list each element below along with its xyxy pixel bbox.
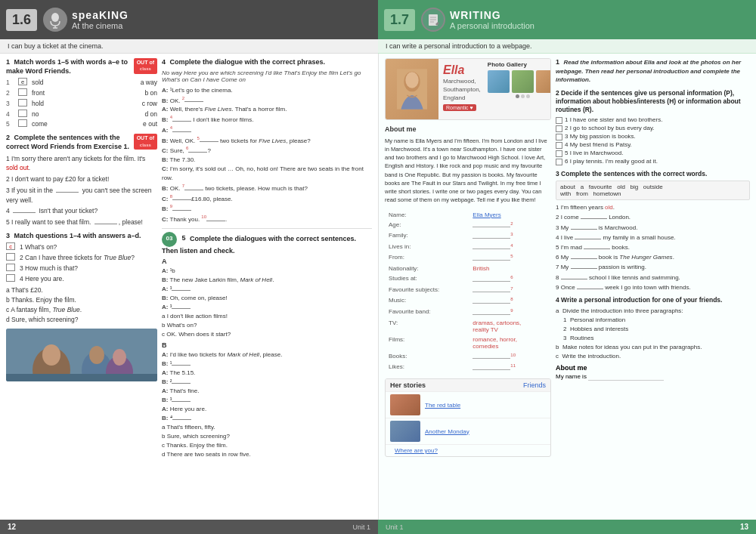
list-item: a That's fifteen, fifty. [162,423,372,432]
profile-header: Ella Marchwood,Southampton, England Roma… [386,59,550,119]
list-item: 2 Can I have three tickets for True Blue… [6,253,157,263]
table-row: Favourite subjects: 7 [386,286,550,295]
list-item: B: ² [162,378,372,387]
list-item: 1 e sold a way [6,78,157,88]
right-page-number: 13 [740,523,748,531]
checkbox[interactable] [556,117,562,124]
right-task-1: 1 Read the information about Ella and lo… [556,58,750,85]
list-item: B: Well, OK. 5 two tickets for Five Live… [162,135,372,146]
profile-info: Ella Marchwood,Southampton, England Roma… [438,59,485,119]
table-row: Lives in: 4 [386,242,550,252]
info-table: Name: Ella Myers Age: 2 Family: 3 Live [385,209,551,375]
right-can-do: I can write a personal introduction to a… [378,39,756,54]
ex3-content: c 1 What's on? 2 Can I have three ticket… [6,242,157,324]
ex1-content: 1 e sold a way 2 front b on [6,78,157,129]
list-item: b What's on? [162,321,372,330]
list-item: c Write the introduction. [556,352,750,361]
headers: 1.6 speaKING At the cinema 1.7 [0,0,756,39]
list-item: B: OK. 2 [162,95,372,106]
list-item: 4 I live my family in a small house. [556,233,750,242]
exercise-5: 03 5 Complete the dialogues with the cor… [162,232,372,460]
story-item-3: Where are you? [386,444,550,456]
checkbox[interactable] [556,142,562,149]
table-row: Name: Ella Myers [386,211,550,219]
right-exercise-4: 4 Write a personal introduction for one … [556,296,750,381]
checkbox[interactable] [556,134,562,140]
ex2-content: 1 I'm sorry there aren't any tickets for… [6,154,157,227]
svg-rect-16 [6,374,157,381]
out-badge-2: OUT ofclass [134,134,157,150]
right-exercises-column: 1 Read the information about Ella and lo… [556,58,750,461]
list-item: 2 front b on [6,88,157,98]
list-item: c OK. When does it start? [162,330,372,339]
footer-left: 12 Unit 1 [0,520,378,534]
footer-right: Unit 1 13 [378,520,756,534]
list-item: B: 9 [162,203,372,214]
dot-2 [521,94,525,98]
list-item: c 1 What's on? [6,242,157,252]
ex4-instructions: a Divide the introduction into three par… [556,307,750,361]
list-item: C: I'm sorry, it's sold out … Oh, no, ho… [162,165,372,183]
table-row: Nationality: British [386,264,550,273]
word-options-ex4: No way Here you are which screening I'd … [162,69,372,83]
right-panel: Ella Marchwood,Southampton, England Roma… [378,54,756,520]
profile-name: Ella [443,63,481,77]
checkbox[interactable] [556,159,562,165]
list-item: 3 My big passion is books. [556,133,750,140]
svg-point-15 [113,349,126,366]
list-item: C: Thank you. 10. [162,214,372,224]
out-badge-1: OUT ofclass [134,58,157,74]
dot-1 [516,94,519,98]
profile-column: Ella Marchwood,Southampton, England Roma… [385,58,551,461]
list-item: 4 no d on [6,110,157,119]
list-item: 4 Isn't that your ticket? [6,206,157,216]
gallery-photos [488,70,551,93]
list-item: 6 I play tennis. I'm really good at it. [556,158,750,165]
exercise-1: 1 OUT ofclass Match words 1–5 with words… [6,58,157,129]
story-item-2: Another Monday [386,418,550,444]
about-me: About me My name is Ella Myers and I'm f… [385,125,551,205]
list-item: A: Well, there's Five Lives. That's a ho… [162,105,372,114]
list-item: c Thanks. Enjoy the film. [162,441,372,450]
story-thumb-1 [390,394,420,415]
cinema-photo [6,329,157,381]
list-item: 2 Hobbies and interests [563,325,750,334]
table-row: TV: dramas, cartoons,reality TV [386,319,550,334]
list-item: A: 4 [162,125,372,135]
speaking-icon [43,8,67,32]
checkbox[interactable] [556,150,562,157]
word-bank: about a favourite old big outside with f… [556,181,750,200]
left-panel: 1 OUT ofclass Match words 1–5 with words… [0,54,378,520]
list-item: 7 My passion is writing. [556,263,750,271]
list-item: 3 How much is that? [6,264,157,273]
can-do-bar: I can buy a ticket at the cinema. I can … [0,39,756,54]
writing-icon [421,8,445,32]
list-item: 2 I come London. [556,213,750,221]
left-section-number: 1.6 [6,9,37,31]
story-item-1: The red table [386,391,550,418]
list-item: B: ³ [162,396,372,405]
right-unit-label: Unit 1 [386,523,404,531]
table-row: Family: 3 [386,231,550,241]
left-can-do: I can buy a ticket at the cinema. [0,39,378,54]
list-item: B: OK. 7 two tickets, please. How much i… [162,183,372,193]
gallery-photo-3 [536,70,551,93]
left-section-title: speaKING At the cinema [72,9,138,30]
list-item: 5 come e out [6,119,157,129]
table-row: Music: 8 [386,296,550,306]
list-item: 3 Routines [563,334,750,343]
table-row: Films: romance, horror,comedies [386,335,550,350]
list-item: 3 hold c row [6,99,157,109]
list-item: 1 I have one sister and two brothers. [556,116,750,124]
checkbox[interactable] [556,125,562,132]
exercise-4: 4 Complete the dialogue with the correct… [162,58,372,224]
list-item: 8 school I like tennis and swimming. [556,273,750,282]
left-page-number: 12 [8,523,16,531]
table-row: Likes: 11 [386,363,550,372]
gallery-dots [488,94,551,98]
list-item: b Make notes for ideas you can put in th… [556,343,750,352]
list-item: B: Oh, come on, please! [162,294,372,303]
list-item: 9 Once week I go into town with friends. [556,283,750,292]
exercise-2: 2 OUT ofclass Complete the sentences wit… [6,134,157,227]
fill-list: 1 I'm fifteen years old. 2 I come London… [556,203,750,292]
